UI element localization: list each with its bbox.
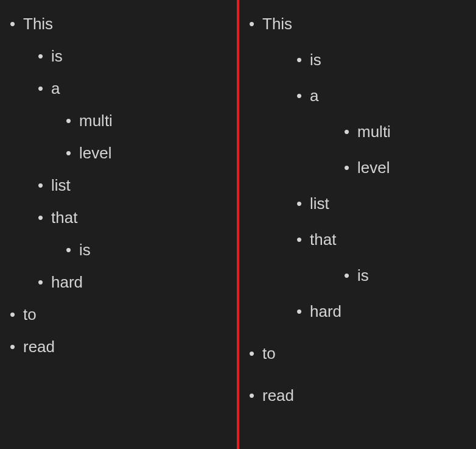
list-item-text: list (51, 176, 71, 194)
left-list: This is a multi level list that is hard (6, 12, 231, 359)
list-item-text: a (51, 79, 60, 97)
list-item: to (245, 342, 470, 366)
list-item-text: to (262, 344, 276, 362)
list-item: multi (340, 120, 470, 144)
list-item-text: is (310, 51, 321, 69)
list-item-text: hard (310, 302, 341, 320)
list-item-text: multi (79, 111, 113, 130)
list-item: This is a multi level list that is hard (245, 12, 470, 323)
list-item: a multi level (34, 77, 231, 165)
list-item: multi (62, 109, 231, 133)
list-item: is (340, 264, 470, 288)
list-item-text: level (79, 144, 111, 162)
list-item: read (6, 335, 231, 359)
list-item-text: read (262, 386, 294, 405)
list-item-text: list (310, 194, 329, 213)
list-item-text: read (23, 338, 55, 356)
right-list: This is a multi level list that is hard (245, 12, 470, 408)
list-item: is (62, 238, 231, 262)
list-item: hard (293, 300, 470, 323)
list-item-text: is (357, 266, 369, 285)
list-item: that is (34, 206, 231, 262)
list-item: level (62, 141, 231, 165)
list-item: is (293, 48, 470, 72)
list-item-text: hard (51, 273, 83, 291)
list-item: This is a multi level list that is hard (6, 12, 231, 294)
list-item: is (34, 44, 231, 68)
list-item: to (6, 303, 231, 327)
list-item-text: that (310, 230, 336, 249)
right-pane: This is a multi level list that is hard (239, 0, 476, 449)
list-item-text: to (23, 305, 37, 323)
list-item-text: a (310, 87, 318, 105)
list-item: read (245, 384, 470, 408)
list-item: hard (34, 270, 231, 294)
list-item-text: is (79, 241, 91, 259)
list-item-text: multi (357, 122, 391, 141)
list-item: that is (293, 228, 470, 288)
list-item: list (34, 174, 231, 197)
list-item-text: This (23, 15, 53, 33)
list-item-text: that (51, 208, 77, 227)
list-item-text: This (262, 15, 292, 33)
list-item: level (340, 156, 470, 180)
list-item: a multi level (293, 84, 470, 180)
left-pane: This is a multi level list that is hard (0, 0, 237, 449)
list-item: list (293, 192, 470, 216)
list-item-text: level (357, 158, 390, 177)
list-item-text: is (51, 47, 63, 65)
